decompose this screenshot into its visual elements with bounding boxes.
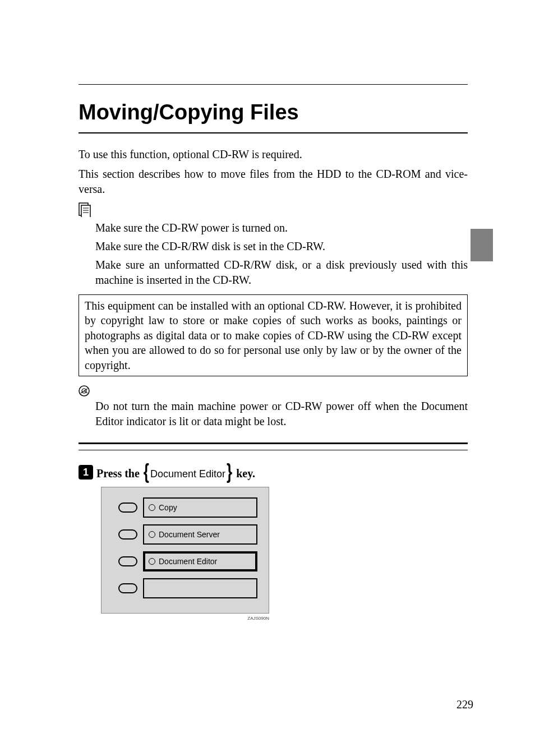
blank-button [143,578,257,598]
hardware-button-icon [118,503,137,513]
intro-paragraph-1: To use this function, optional CD-RW is … [79,147,468,162]
radio-icon [149,504,155,511]
step-number-badge: 1 [79,465,93,480]
copyright-note-box: This equipment can be installed with an … [79,294,468,376]
step-1: 1 Press the {Document Editor} key. [79,464,468,481]
illustration-code: ZAJS090N [101,616,269,621]
step-text-post: key. [233,467,255,480]
button-label: Document Server [159,530,220,539]
document-server-button: Document Server [143,524,257,545]
page-number: 229 [456,698,473,711]
important-text: Do not turn the main machine power or CD… [95,399,468,429]
panel-row-document-server: Document Server [118,524,257,545]
section-divider-thin [79,450,468,450]
intro-paragraph-2: This section describes how to move files… [79,167,468,197]
key-label: Document Editor [150,468,225,480]
close-bracket-icon: } [227,460,232,484]
page-title: Moving/Copying Files [79,100,468,125]
panel-row-document-editor: Document Editor [118,551,257,571]
copy-button: Copy [143,497,257,518]
prep-item-2: Make sure the CD-R/RW disk is set in the… [95,239,468,254]
title-underline [79,132,468,133]
button-label: Document Editor [159,557,217,566]
open-bracket-icon: { [144,460,149,484]
section-divider-heavy [79,442,468,444]
radio-icon [149,558,155,565]
preparation-icon [79,202,91,217]
document-editor-button: Document Editor [143,551,257,571]
radio-icon [149,531,155,538]
side-tab [471,229,493,261]
control-panel-illustration: Copy Document Server Document Editor [101,487,269,614]
hardware-button-icon [118,583,137,593]
step-text-pre: Press the [96,467,142,480]
prep-item-3: Make sure an unformatted CD-R/RW disk, o… [95,257,468,288]
hardware-button-icon [118,529,137,540]
svg-rect-1 [81,205,90,217]
step-instruction: Press the {Document Editor} key. [96,464,255,481]
important-icon [79,385,90,397]
button-label: Copy [159,503,177,512]
hardware-button-icon [118,556,137,566]
panel-row-copy: Copy [118,497,257,518]
prep-item-1: Make sure the CD-RW power is turned on. [95,220,468,236]
top-rule [79,84,468,85]
panel-row-blank [118,578,257,598]
